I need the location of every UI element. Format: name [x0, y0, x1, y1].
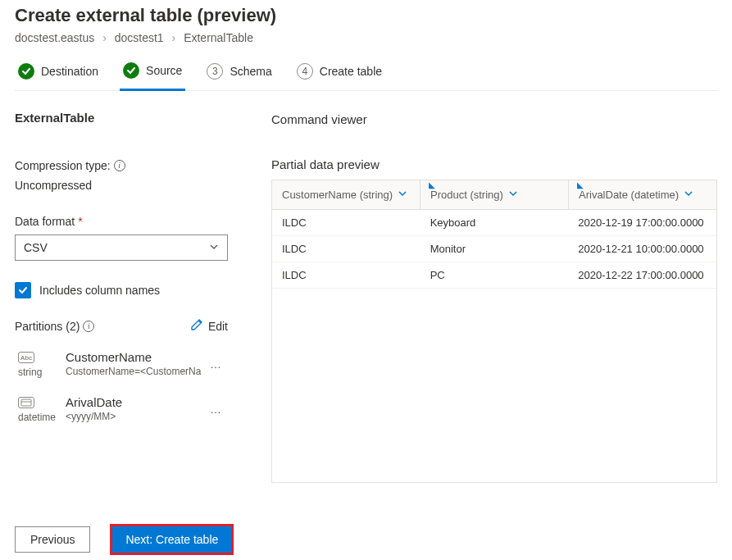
- column-header-product[interactable]: ◣ Product (string): [421, 180, 569, 209]
- chevron-down-icon: [508, 189, 518, 201]
- data-format-dropdown[interactable]: CSV: [15, 234, 228, 261]
- step-number-icon: 4: [297, 63, 313, 80]
- column-header-label: Product (string): [430, 189, 503, 201]
- compression-type-label: Compression type: i: [15, 159, 248, 172]
- checkbox-label: Includes column names: [39, 284, 160, 297]
- field-label-text: Compression type:: [15, 159, 111, 172]
- check-icon: [18, 63, 34, 80]
- string-type-icon: Abc: [18, 352, 34, 363]
- partition-pattern: CustomerName=<CustomerName>: [66, 366, 201, 377]
- svg-rect-0: [21, 399, 31, 406]
- edit-label: Edit: [208, 320, 228, 333]
- column-header-customername[interactable]: CustomerName (string): [272, 180, 421, 209]
- cell-product: PC: [421, 262, 569, 288]
- breadcrumb-item[interactable]: docstest.eastus: [15, 31, 94, 44]
- partition-type-label: string: [18, 367, 57, 378]
- command-viewer-heading: Command viewer: [271, 111, 717, 126]
- breadcrumb: docstest.eastus › docstest1 › ExternalTa…: [15, 31, 717, 44]
- chevron-down-icon: [209, 241, 219, 254]
- chevron-right-icon: ›: [172, 31, 176, 44]
- field-label-text: Data format: [15, 215, 75, 228]
- includes-column-names-checkbox[interactable]: Includes column names: [15, 282, 248, 298]
- column-header-arivaldate[interactable]: ◣ ArivalDate (datetime): [569, 180, 716, 209]
- pencil-icon: [190, 318, 203, 334]
- chevron-down-icon: [684, 189, 693, 201]
- info-icon[interactable]: i: [114, 160, 125, 171]
- more-icon[interactable]: …: [210, 403, 225, 416]
- column-header-label: CustomerName (string): [282, 189, 393, 201]
- column-header-label: ArivalDate (datetime): [579, 189, 679, 201]
- field-label-text: Partitions (2): [15, 320, 80, 333]
- info-icon[interactable]: i: [83, 321, 94, 332]
- compression-type-value: Uncompressed: [15, 179, 248, 192]
- table-row[interactable]: ILDC Monitor 2020-12-21 10:00:00.0000: [272, 236, 716, 262]
- cell-arivaldate: 2020-12-19 17:00:00.0000: [568, 210, 716, 235]
- required-indicator: *: [78, 215, 82, 228]
- data-preview-heading: Partial data preview: [271, 157, 717, 171]
- partition-name: ArivalDate: [66, 395, 202, 409]
- partition-type-label: datetime: [18, 412, 57, 423]
- step-number-icon: 3: [207, 63, 223, 80]
- cell-customername: ILDC: [272, 262, 421, 288]
- cell-customername: ILDC: [272, 236, 421, 262]
- cell-product: Monitor: [421, 236, 569, 262]
- step-destination[interactable]: Destination: [15, 55, 102, 89]
- cell-arivaldate: 2020-12-21 10:00:00.0000: [568, 236, 716, 262]
- partition-pattern: <yyyy/MM>: [66, 411, 201, 422]
- grid-header-row: CustomerName (string) ◣ Product (string): [272, 180, 716, 210]
- partition-row[interactable]: datetime ArivalDate <yyyy/MM> …: [15, 389, 228, 434]
- partitions-label: Partitions (2) i: [15, 320, 94, 333]
- sort-indicator-icon: ◣: [577, 180, 584, 189]
- partition-row[interactable]: Abc string CustomerName CustomerName=<Cu…: [15, 344, 228, 389]
- data-format-label: Data format *: [15, 215, 248, 228]
- table-name-heading: ExternalTable: [15, 111, 248, 125]
- breadcrumb-item[interactable]: docstest1: [115, 31, 164, 44]
- next-create-table-button[interactable]: Next: Create table: [110, 524, 234, 555]
- cell-customername: ILDC: [272, 210, 421, 235]
- step-schema[interactable]: 3 Schema: [203, 55, 275, 89]
- cell-product: Keyboard: [421, 210, 569, 235]
- step-source[interactable]: Source: [120, 54, 185, 91]
- cell-arivaldate: 2020-12-22 17:00:00.0000: [568, 262, 716, 288]
- wizard-steps: Destination Source 3 Schema 4 Create tab…: [15, 54, 717, 91]
- checkbox-checked-icon: [15, 282, 31, 298]
- dropdown-value: CSV: [24, 241, 48, 254]
- data-preview-grid: CustomerName (string) ◣ Product (string): [271, 180, 717, 483]
- chevron-down-icon: [398, 189, 407, 201]
- table-row[interactable]: ILDC Keyboard 2020-12-19 17:00:00.0000: [272, 210, 716, 236]
- more-icon[interactable]: …: [210, 357, 225, 371]
- previous-button[interactable]: Previous: [15, 526, 90, 553]
- partition-name: CustomerName: [66, 350, 202, 364]
- step-label: Source: [146, 64, 182, 77]
- datetime-type-icon: [18, 397, 34, 408]
- source-config-panel: ExternalTable Compression type: i Uncomp…: [15, 111, 248, 483]
- page-title: Create external table (preview): [15, 5, 717, 26]
- step-label: Destination: [41, 65, 98, 78]
- sort-indicator-icon: ◣: [429, 180, 435, 189]
- step-create-table[interactable]: 4 Create table: [293, 55, 385, 89]
- step-label: Create table: [320, 65, 382, 78]
- table-row[interactable]: ILDC PC 2020-12-22 17:00:00.0000: [272, 262, 716, 289]
- breadcrumb-item[interactable]: ExternalTable: [184, 31, 253, 44]
- step-label: Schema: [230, 65, 271, 78]
- edit-partitions-button[interactable]: Edit: [190, 318, 228, 334]
- chevron-right-icon: ›: [102, 31, 107, 44]
- check-icon: [123, 62, 139, 79]
